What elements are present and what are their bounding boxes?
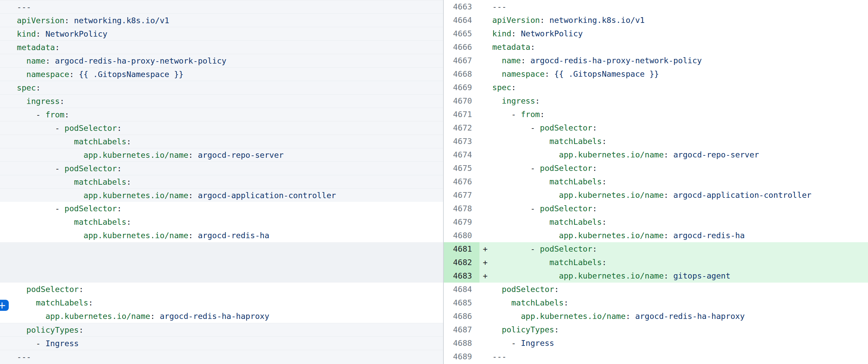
new-line-number[interactable]: 4664 (444, 13, 479, 27)
code-token-plain: : (564, 298, 568, 307)
diff-marker-blank (479, 81, 492, 94)
code-token-plain (17, 325, 26, 335)
new-line-number[interactable]: 4675 (444, 162, 479, 175)
diff-row: matchLabels:4685 matchLabels: (0, 296, 868, 309)
code-token-key: app.kubernetes.io/name (559, 271, 663, 280)
code-token-plain (492, 285, 502, 294)
diff-marker-blank (479, 148, 492, 162)
new-line-number[interactable]: 4685 (444, 296, 479, 309)
code-token-str: argocd-application-controller (198, 191, 336, 200)
new-code-line: - from: (492, 108, 868, 121)
code-token-key: matchLabels (550, 217, 602, 227)
diff-marker-blank (479, 40, 492, 54)
code-token-str: networking.k8s.io/v1 (74, 16, 169, 25)
code-token-plain: : (45, 56, 55, 66)
new-line-number[interactable]: 4668 (444, 67, 479, 81)
new-line-number[interactable]: 4666 (444, 40, 479, 54)
code-token-plain (492, 69, 502, 79)
diff-marker-blank (479, 94, 492, 108)
code-token-key: matchLabels (550, 258, 602, 267)
code-token-key: namespace (502, 69, 545, 79)
code-token-str: Ingress (45, 339, 79, 348)
code-token-key: kind (492, 29, 512, 38)
new-line-number[interactable]: 4669 (444, 81, 479, 94)
diff-marker-blank (479, 350, 492, 364)
code-token-plain (17, 231, 84, 240)
add-line-comment-button[interactable]: + (0, 300, 9, 311)
old-code-line: - podSelector: (0, 162, 443, 175)
new-line-number[interactable]: 4684 (444, 283, 479, 296)
new-line-number[interactable]: 4667 (444, 54, 479, 67)
diff-row: app.kubernetes.io/name: argocd-redis-ha-… (0, 309, 868, 323)
new-line-number[interactable]: 4681 (444, 242, 479, 256)
code-token-plain (492, 271, 559, 280)
diff-row: app.kubernetes.io/name: argocd-applicati… (0, 188, 868, 202)
diff-marker-blank (479, 296, 492, 309)
code-token-plain: - (492, 244, 540, 254)
new-line-number[interactable]: 4663 (444, 0, 479, 13)
diff-marker-blank (479, 188, 492, 202)
old-code-line: name: argocd-redis-ha-proxy-network-poli… (0, 54, 443, 67)
code-token-plain: : (88, 298, 93, 307)
code-token-plain (492, 177, 550, 186)
new-line-number[interactable]: 4683 (444, 269, 479, 283)
code-token-plain (17, 137, 74, 146)
old-code-line: ingress: (0, 94, 443, 108)
new-line-number[interactable]: 4688 (444, 336, 479, 350)
old-code-line: - podSelector: (0, 202, 443, 215)
new-line-number[interactable]: 4678 (444, 202, 479, 215)
old-empty-placeholder (0, 242, 443, 256)
code-token-str: gitops-agent (673, 271, 731, 280)
code-token-plain (17, 298, 36, 307)
code-token-plain: : (540, 15, 549, 25)
code-token-plain (492, 231, 559, 240)
new-line-number[interactable]: 4671 (444, 108, 479, 121)
diff-row: ---4689--- (0, 350, 868, 364)
code-token-plain: - (17, 339, 45, 348)
new-code-line: app.kubernetes.io/name: argocd-redis-ha (492, 229, 868, 242)
new-line-number[interactable]: 4674 (444, 148, 479, 162)
diff-marker-blank (479, 13, 492, 27)
code-token-plain: : (64, 110, 69, 120)
code-token-key: podSelector (64, 204, 117, 213)
new-line-number[interactable]: 4670 (444, 94, 479, 108)
new-line-number[interactable]: 4665 (444, 27, 479, 40)
new-line-number[interactable]: 4672 (444, 121, 479, 135)
code-token-key: podSelector (540, 164, 592, 173)
plus-icon: + (0, 300, 6, 310)
new-code-line: app.kubernetes.io/name: gitops-agent (492, 269, 868, 283)
new-line-number[interactable]: 4689 (444, 350, 479, 364)
diff-row: ingress:4670 ingress: (0, 94, 868, 108)
code-token-key: metadata (492, 42, 530, 52)
new-line-number[interactable]: 4680 (444, 229, 479, 242)
code-token-key: podSelector (64, 164, 117, 173)
diff-marker-blank (479, 121, 492, 135)
code-token-plain: - (492, 123, 540, 133)
code-token-plain: : (663, 231, 673, 240)
new-line-number[interactable]: 4676 (444, 175, 479, 188)
code-token-plain: : (592, 164, 597, 173)
new-line-number[interactable]: 4686 (444, 309, 479, 323)
code-token-key: app.kubernetes.io/name (84, 191, 188, 200)
code-token-key: metadata (17, 43, 55, 52)
diff-marker-blank (479, 175, 492, 188)
new-line-number[interactable]: 4682 (444, 256, 479, 269)
code-token-key: from (521, 110, 540, 119)
diff-marker-blank (479, 27, 492, 40)
code-token-meta: --- (17, 352, 31, 362)
code-token-plain: : (512, 29, 521, 38)
code-token-plain: : (535, 96, 540, 106)
code-token-plain: : (117, 124, 122, 133)
code-token-meta: --- (492, 352, 506, 361)
new-line-number[interactable]: 4687 (444, 323, 479, 336)
code-token-plain: - (492, 110, 521, 119)
diff-row: policyTypes:4687 policyTypes: (0, 323, 868, 336)
code-token-plain: : (117, 204, 122, 213)
diff-row: name: argocd-redis-ha-proxy-network-poli… (0, 54, 868, 67)
new-line-number[interactable]: 4677 (444, 188, 479, 202)
new-line-number[interactable]: 4679 (444, 215, 479, 229)
diff-marker-blank (479, 283, 492, 296)
new-line-number[interactable]: 4673 (444, 135, 479, 148)
new-code-line: - Ingress (492, 336, 868, 350)
code-token-plain: : (592, 244, 597, 254)
